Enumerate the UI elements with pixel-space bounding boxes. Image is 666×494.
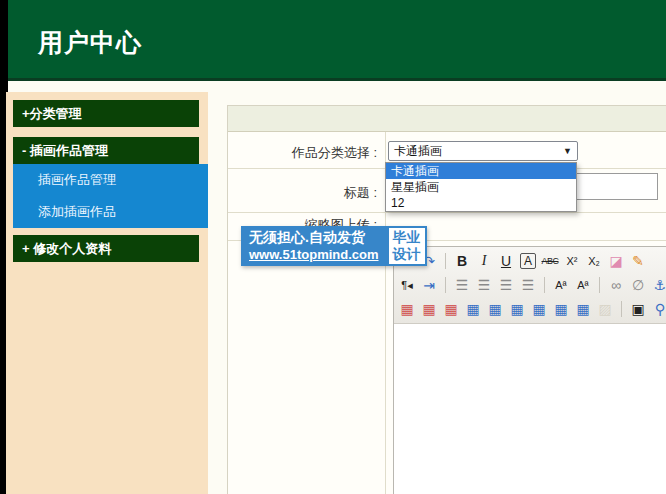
table-tool-icon[interactable]: ▦ [507, 299, 527, 319]
watermark-ad: 无须担心.自动发货 www.51topmind.com 毕业 设计 [241, 226, 427, 266]
page-title: 用户中心 [38, 26, 142, 59]
unlink-icon[interactable]: ∅ [628, 275, 648, 295]
image-icon[interactable]: ▨ [595, 299, 615, 319]
print-icon[interactable]: ▣ [628, 299, 648, 319]
table-tool-icon[interactable]: ▦ [485, 299, 505, 319]
align-justify-icon[interactable]: ☰ [518, 275, 538, 295]
table-tool-icon[interactable]: ▦ [529, 299, 549, 319]
sidebar-item-illustration-add[interactable]: 添加插画作品 [13, 196, 208, 228]
paragraph-direction-icon[interactable]: ¶◂ [397, 275, 417, 295]
indent-icon[interactable]: ⇥ [419, 275, 439, 295]
table-delete-col-icon[interactable]: ▦ [441, 299, 461, 319]
toolbar-separator [544, 277, 545, 293]
title-label: 标题 : [228, 169, 386, 212]
link-icon[interactable]: ∞ [606, 275, 626, 295]
italic-icon[interactable]: I [474, 251, 494, 271]
bold-icon[interactable]: B [452, 251, 472, 271]
underline-icon[interactable]: U [496, 251, 516, 271]
strikethrough-icon[interactable]: ABC [540, 251, 560, 271]
editor-toolbar: ↶ ↷ B I U A ABC X² X₂ ◪ ✎ [394, 247, 666, 324]
table-tool-icon[interactable]: ▦ [551, 299, 571, 319]
toolbar-separator [599, 277, 600, 293]
category-dropdown-list: 卡通插画 星星插画 12 [385, 162, 577, 212]
table-tool-icon[interactable]: ▦ [463, 299, 483, 319]
panel-header-band [228, 106, 666, 132]
toolbar-separator [621, 301, 622, 317]
table-delete-row-icon[interactable]: ▦ [397, 299, 417, 319]
watermark-badge: 毕业 设计 [387, 226, 427, 266]
preview-icon[interactable]: ⚲ [650, 299, 666, 319]
align-center-icon[interactable]: ☰ [474, 275, 494, 295]
eraser-icon[interactable]: ◪ [606, 251, 626, 271]
watermark-url: www.51topmind.com [249, 247, 379, 262]
chevron-down-icon: ▼ [563, 146, 572, 156]
toolbar-separator [445, 253, 446, 269]
table-insert-col-icon[interactable]: ▦ [419, 299, 439, 319]
category-select[interactable]: 卡通插画 ▼ [388, 141, 578, 161]
screen: 用户中心 +分类管理 - 插画作品管理 插画作品管理 添加插画作品 + 修改个人… [0, 0, 666, 494]
align-left-icon[interactable]: ☰ [452, 275, 472, 295]
subscript-icon[interactable]: X₂ [584, 251, 604, 271]
editor-row: ↶ ↷ B I U A ABC X² X₂ ◪ ✎ [228, 241, 666, 494]
dropdown-option[interactable]: 星星插画 [386, 179, 576, 195]
editor-row-label [228, 241, 386, 494]
dropdown-option-selected[interactable]: 卡通插画 [386, 163, 576, 179]
align-right-icon[interactable]: ☰ [496, 275, 516, 295]
font-color-icon[interactable]: A [520, 253, 536, 269]
category-select-value: 卡通插画 [394, 143, 563, 160]
sidebar-item-profile-edit[interactable]: + 修改个人资料 [13, 235, 199, 262]
sidebar: +分类管理 - 插画作品管理 插画作品管理 添加插画作品 + 修改个人资料 [6, 92, 208, 494]
watermark-badge-line1: 毕业 [393, 229, 421, 246]
uppercase-icon[interactable]: Aª [551, 275, 571, 295]
page-header: 用户中心 [8, 0, 666, 81]
watermark-text-box: 无须担心.自动发货 www.51topmind.com [241, 226, 387, 266]
watermark-badge-line2: 设计 [393, 246, 421, 263]
dropdown-option[interactable]: 12 [386, 195, 576, 211]
format-brush-icon[interactable]: ✎ [628, 251, 648, 271]
sidebar-item-illustration-group[interactable]: - 插画作品管理 [13, 137, 199, 164]
editor-content-area[interactable] [394, 324, 666, 494]
sidebar-item-illustration-manage[interactable]: 插画作品管理 [13, 164, 208, 196]
lowercase-icon[interactable]: Aª [573, 275, 593, 295]
category-select-label: 作品分类选择 : [228, 132, 386, 168]
superscript-icon[interactable]: X² [562, 251, 582, 271]
watermark-line1: 无须担心.自动发货 [249, 229, 379, 247]
anchor-icon[interactable]: ⚓ [650, 275, 666, 295]
sidebar-submenu: 插画作品管理 添加插画作品 [13, 164, 208, 228]
rich-text-editor: ↶ ↷ B I U A ABC X² X₂ ◪ ✎ [393, 246, 666, 494]
sidebar-item-category-manage[interactable]: +分类管理 [13, 100, 199, 127]
table-tool-icon[interactable]: ▦ [573, 299, 593, 319]
toolbar-separator [445, 277, 446, 293]
